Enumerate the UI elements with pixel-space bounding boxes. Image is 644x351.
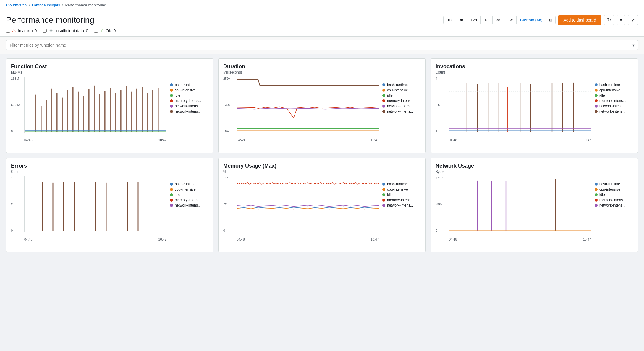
svg-rect-24 [158, 88, 159, 132]
filter-row: ▾ [0, 37, 644, 54]
svg-rect-21 [142, 87, 143, 132]
svg-rect-3 [46, 100, 47, 132]
chart-graph-network: 471k 236k 0 [436, 176, 591, 241]
legend-dot-d0 [382, 83, 385, 86]
header-row: Performance monitoring 1h 3h 12h 1d 3d 1… [0, 12, 644, 25]
legend-dot-i3 [595, 99, 598, 102]
legend-label-i0: bash-runtime [599, 83, 620, 87]
widget-network-subtitle: Bytes [436, 170, 633, 174]
canvas-network [449, 176, 591, 232]
legend-label-e3: memory-intens... [175, 198, 201, 202]
legend-dot-m0 [382, 183, 385, 186]
legend-item-e0: bash-runtime [170, 182, 208, 186]
time-custom[interactable]: Custom (6h) [517, 16, 546, 24]
legend-item-e4: network-intens... [170, 203, 208, 207]
add-to-dashboard-button[interactable]: Add to dashboard [558, 15, 601, 25]
legend-item-d5: network-intens... [382, 109, 421, 113]
legend-dot-i2 [595, 94, 598, 97]
y-label-mid: 2 [11, 202, 24, 206]
canvas-memory [237, 176, 379, 232]
legend-label-d3: memory-intens... [387, 99, 413, 103]
legend-dot-4 [170, 105, 173, 108]
x-label-end: 10:47 [370, 238, 379, 241]
svg-rect-8 [72, 87, 74, 132]
dashboard-grid: Function Cost MB-Ms 133M 66.3M 0 [0, 54, 644, 257]
chart-area-invocations: 4 2.5 1 [436, 77, 633, 142]
chart-graph-duration: 259k 130k 164 [223, 77, 379, 142]
time-3d[interactable]: 3d [493, 16, 504, 24]
insufficient-data-icon: ☺ [48, 28, 53, 33]
legend-label-i4: network-intens... [599, 104, 625, 108]
fullscreen-button[interactable]: ⤢ [628, 15, 638, 25]
breadcrumb-cloudwatch[interactable]: CloudWatch [6, 3, 27, 7]
legend-dot-e2 [170, 193, 173, 196]
canvas-errors [24, 176, 166, 232]
legend-item-i3: memory-intens... [595, 99, 633, 103]
legend-label-n2: idle [599, 193, 605, 197]
legend-dot-e0 [170, 183, 173, 186]
filter-input-wrap: ▾ [6, 40, 638, 50]
legend-dot-2 [170, 94, 173, 97]
widget-memory-title: Memory Usage (Max) [223, 163, 421, 169]
legend-label-2: idle [175, 93, 180, 98]
time-3h[interactable]: 3h [455, 16, 467, 24]
y-label-bot: 0 [11, 229, 24, 232]
legend-dot-m4 [382, 204, 385, 207]
x-label-end: 10:47 [583, 238, 591, 241]
widget-network-usage: Network Usage Bytes 471k 236k 0 [431, 158, 638, 252]
time-1h[interactable]: 1h [444, 16, 455, 24]
y-label-top: 471k [436, 176, 449, 180]
header-controls: 1h 3h 12h 1d 3d 1w Custom (6h) ⊞ Add to … [443, 15, 638, 25]
legend-label-n3: memory-intens... [599, 198, 626, 202]
legend-label-4: network-intens... [175, 104, 201, 108]
legend-item-n2: idle [595, 193, 633, 197]
widget-duration-subtitle: Milliseconds [223, 70, 421, 74]
dropdown-button[interactable]: ▾ [617, 15, 625, 25]
filter-input[interactable] [6, 40, 638, 50]
legend-label-n0: bash-runtime [599, 182, 620, 186]
svg-rect-1 [35, 95, 36, 132]
legend-label-e4: network-intens... [175, 203, 201, 207]
legend-item-e3: memory-intens... [170, 198, 208, 202]
calendar-icon-btn[interactable]: ⊞ [546, 16, 555, 24]
legend-label-n1: cpu-intensive [599, 187, 620, 191]
widget-function-cost-subtitle: MB-Ms [11, 70, 208, 74]
chart-area-network: 471k 236k 0 [436, 176, 633, 241]
alarm-insufficient: ☺ Insufficient data 0 [43, 28, 88, 33]
y-label-mid: 72 [223, 202, 237, 206]
time-1d[interactable]: 1d [481, 16, 492, 24]
legend-label-d5: network-intens... [387, 109, 413, 113]
legend-item-1: cpu-intensive [170, 88, 208, 92]
y-axis-function-cost: 133M 66.3M 0 [11, 77, 24, 133]
time-1w[interactable]: 1w [504, 16, 517, 24]
y-label-bot: 164 [223, 129, 237, 133]
legend-dot-5 [170, 110, 173, 113]
widget-function-cost: Function Cost MB-Ms 133M 66.3M 0 [6, 58, 213, 153]
legend-item-n0: bash-runtime [595, 182, 633, 186]
y-label-bot: 0 [223, 229, 237, 232]
ok-checkbox[interactable] [94, 29, 98, 33]
svg-rect-19 [131, 92, 132, 132]
chart-area-errors: 4 2 0 [11, 176, 208, 241]
legend-item-4: network-intens... [170, 104, 208, 108]
breadcrumb-lambda-insights[interactable]: Lambda Insights [32, 3, 60, 7]
chart-area-function-cost: 133M 66.3M 0 [11, 77, 208, 142]
svg-rect-15 [110, 88, 111, 132]
x-label-end: 10:47 [583, 138, 591, 142]
svg-rect-10 [83, 96, 84, 132]
in-alarm-checkbox[interactable] [6, 29, 10, 33]
legend-dot-e4 [170, 204, 173, 207]
legend-label-i5: network-intens... [599, 109, 625, 113]
time-12h[interactable]: 12h [467, 16, 481, 24]
legend-dot-d2 [382, 94, 385, 97]
insufficient-data-checkbox[interactable] [43, 29, 47, 33]
legend-label-m1: cpu-intensive [387, 187, 408, 191]
legend-label-d0: bash-runtime [387, 83, 408, 87]
y-label-mid: 2.5 [436, 103, 449, 107]
legend-dot-3 [170, 99, 173, 102]
alarm-warning-icon: ⚠ [12, 28, 16, 33]
filter-dropdown-icon: ▾ [632, 43, 635, 48]
refresh-button[interactable]: ↻ [604, 15, 614, 25]
in-alarm-count: 0 [35, 28, 37, 33]
legend-label-m0: bash-runtime [387, 182, 408, 186]
